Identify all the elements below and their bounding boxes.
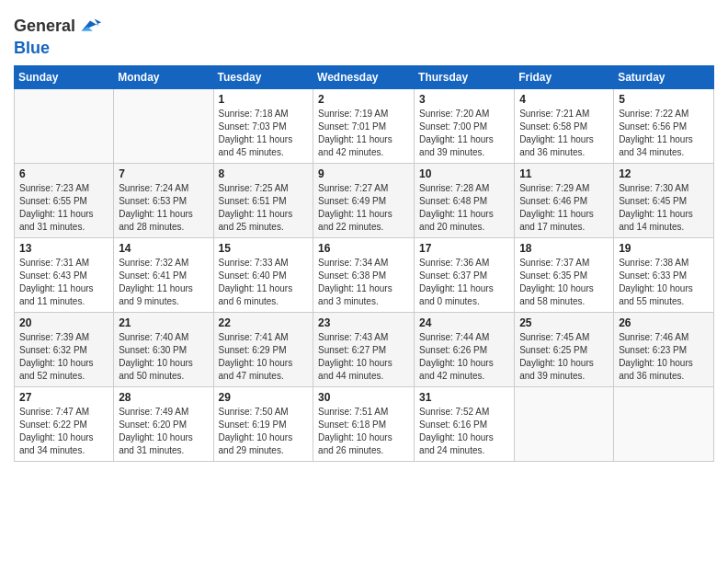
calendar-cell: 20Sunrise: 7:39 AM Sunset: 6:32 PM Dayli… bbox=[15, 312, 114, 386]
calendar-cell: 30Sunrise: 7:51 AM Sunset: 6:18 PM Dayli… bbox=[313, 386, 415, 461]
day-number: 9 bbox=[318, 167, 409, 180]
calendar-cell: 9Sunrise: 7:27 AM Sunset: 6:49 PM Daylig… bbox=[313, 163, 415, 237]
day-info: Sunrise: 7:31 AM Sunset: 6:43 PM Dayligh… bbox=[19, 257, 108, 308]
day-number: 16 bbox=[318, 242, 409, 255]
day-number: 26 bbox=[619, 316, 709, 329]
day-number: 10 bbox=[419, 167, 509, 180]
day-number: 21 bbox=[119, 316, 208, 329]
day-number: 25 bbox=[519, 316, 609, 329]
day-number: 1 bbox=[219, 93, 309, 106]
day-info: Sunrise: 7:46 AM Sunset: 6:23 PM Dayligh… bbox=[619, 331, 709, 383]
calendar-cell: 24Sunrise: 7:44 AM Sunset: 6:26 PM Dayli… bbox=[415, 312, 515, 386]
calendar-cell: 10Sunrise: 7:28 AM Sunset: 6:48 PM Dayli… bbox=[415, 163, 515, 237]
week-row-4: 27Sunrise: 7:47 AM Sunset: 6:22 PM Dayli… bbox=[15, 386, 714, 461]
day-info: Sunrise: 7:19 AM Sunset: 7:01 PM Dayligh… bbox=[318, 108, 409, 159]
day-info: Sunrise: 7:20 AM Sunset: 7:00 PM Dayligh… bbox=[419, 108, 509, 159]
day-number: 7 bbox=[119, 167, 208, 180]
calendar-cell: 17Sunrise: 7:36 AM Sunset: 6:37 PM Dayli… bbox=[415, 237, 515, 312]
calendar-cell: 18Sunrise: 7:37 AM Sunset: 6:35 PM Dayli… bbox=[515, 237, 614, 312]
day-info: Sunrise: 7:40 AM Sunset: 6:30 PM Dayligh… bbox=[119, 331, 208, 383]
day-number: 23 bbox=[318, 316, 409, 329]
day-number: 13 bbox=[19, 242, 108, 255]
day-number: 19 bbox=[619, 242, 709, 255]
weekday-header-sunday: Sunday bbox=[15, 65, 114, 88]
calendar-cell: 5Sunrise: 7:22 AM Sunset: 6:56 PM Daylig… bbox=[614, 88, 714, 163]
day-number: 27 bbox=[19, 391, 108, 404]
day-number: 3 bbox=[419, 93, 509, 106]
weekday-header-saturday: Saturday bbox=[614, 65, 714, 88]
week-row-2: 13Sunrise: 7:31 AM Sunset: 6:43 PM Dayli… bbox=[15, 237, 714, 312]
calendar-cell: 23Sunrise: 7:43 AM Sunset: 6:27 PM Dayli… bbox=[313, 312, 415, 386]
day-info: Sunrise: 7:50 AM Sunset: 6:19 PM Dayligh… bbox=[219, 406, 309, 457]
calendar-cell: 13Sunrise: 7:31 AM Sunset: 6:43 PM Dayli… bbox=[15, 237, 114, 312]
weekday-header-row: SundayMondayTuesdayWednesdayThursdayFrid… bbox=[15, 65, 714, 88]
day-number: 2 bbox=[318, 93, 409, 106]
day-number: 4 bbox=[519, 93, 609, 106]
week-row-3: 20Sunrise: 7:39 AM Sunset: 6:32 PM Dayli… bbox=[15, 312, 714, 386]
day-info: Sunrise: 7:22 AM Sunset: 6:56 PM Dayligh… bbox=[619, 108, 709, 159]
day-number: 12 bbox=[619, 167, 709, 180]
calendar-cell: 26Sunrise: 7:46 AM Sunset: 6:23 PM Dayli… bbox=[614, 312, 714, 386]
logo: General Blue bbox=[14, 14, 103, 58]
day-info: Sunrise: 7:51 AM Sunset: 6:18 PM Dayligh… bbox=[318, 406, 409, 457]
calendar-cell: 8Sunrise: 7:25 AM Sunset: 6:51 PM Daylig… bbox=[213, 163, 313, 237]
calendar-cell: 28Sunrise: 7:49 AM Sunset: 6:20 PM Dayli… bbox=[114, 386, 213, 461]
calendar-cell: 3Sunrise: 7:20 AM Sunset: 7:00 PM Daylig… bbox=[415, 88, 515, 163]
calendar-cell: 1Sunrise: 7:18 AM Sunset: 7:03 PM Daylig… bbox=[213, 88, 313, 163]
day-info: Sunrise: 7:34 AM Sunset: 6:38 PM Dayligh… bbox=[318, 257, 409, 308]
weekday-header-monday: Monday bbox=[114, 65, 213, 88]
weekday-header-wednesday: Wednesday bbox=[313, 65, 415, 88]
header: General Blue bbox=[14, 9, 714, 58]
day-info: Sunrise: 7:39 AM Sunset: 6:32 PM Dayligh… bbox=[19, 331, 108, 383]
day-info: Sunrise: 7:47 AM Sunset: 6:22 PM Dayligh… bbox=[19, 406, 108, 457]
day-info: Sunrise: 7:45 AM Sunset: 6:25 PM Dayligh… bbox=[519, 331, 609, 383]
calendar-cell: 15Sunrise: 7:33 AM Sunset: 6:40 PM Dayli… bbox=[213, 237, 313, 312]
day-number: 6 bbox=[19, 167, 108, 180]
day-number: 31 bbox=[419, 391, 509, 404]
day-info: Sunrise: 7:25 AM Sunset: 6:51 PM Dayligh… bbox=[219, 182, 309, 234]
day-info: Sunrise: 7:52 AM Sunset: 6:16 PM Dayligh… bbox=[419, 406, 509, 457]
calendar-cell bbox=[614, 386, 714, 461]
calendar-cell: 27Sunrise: 7:47 AM Sunset: 6:22 PM Dayli… bbox=[15, 386, 114, 461]
day-info: Sunrise: 7:28 AM Sunset: 6:48 PM Dayligh… bbox=[419, 182, 509, 234]
day-info: Sunrise: 7:32 AM Sunset: 6:41 PM Dayligh… bbox=[119, 257, 208, 308]
day-number: 30 bbox=[318, 391, 409, 404]
weekday-header-friday: Friday bbox=[515, 65, 614, 88]
day-info: Sunrise: 7:21 AM Sunset: 6:58 PM Dayligh… bbox=[519, 108, 609, 159]
calendar-cell: 11Sunrise: 7:29 AM Sunset: 6:46 PM Dayli… bbox=[515, 163, 614, 237]
day-info: Sunrise: 7:29 AM Sunset: 6:46 PM Dayligh… bbox=[519, 182, 609, 234]
day-info: Sunrise: 7:33 AM Sunset: 6:40 PM Dayligh… bbox=[219, 257, 309, 308]
week-row-0: 1Sunrise: 7:18 AM Sunset: 7:03 PM Daylig… bbox=[15, 88, 714, 163]
calendar-cell: 25Sunrise: 7:45 AM Sunset: 6:25 PM Dayli… bbox=[515, 312, 614, 386]
calendar-cell bbox=[515, 386, 614, 461]
calendar-cell: 12Sunrise: 7:30 AM Sunset: 6:45 PM Dayli… bbox=[614, 163, 714, 237]
calendar-cell: 6Sunrise: 7:23 AM Sunset: 6:55 PM Daylig… bbox=[15, 163, 114, 237]
calendar-cell: 16Sunrise: 7:34 AM Sunset: 6:38 PM Dayli… bbox=[313, 237, 415, 312]
day-info: Sunrise: 7:37 AM Sunset: 6:35 PM Dayligh… bbox=[519, 257, 609, 308]
calendar-cell: 7Sunrise: 7:24 AM Sunset: 6:53 PM Daylig… bbox=[114, 163, 213, 237]
day-number: 20 bbox=[19, 316, 108, 329]
calendar-cell: 19Sunrise: 7:38 AM Sunset: 6:33 PM Dayli… bbox=[614, 237, 714, 312]
calendar-cell: 29Sunrise: 7:50 AM Sunset: 6:19 PM Dayli… bbox=[213, 386, 313, 461]
weekday-header-tuesday: Tuesday bbox=[213, 65, 313, 88]
week-row-1: 6Sunrise: 7:23 AM Sunset: 6:55 PM Daylig… bbox=[15, 163, 714, 237]
calendar-cell: 2Sunrise: 7:19 AM Sunset: 7:01 PM Daylig… bbox=[313, 88, 415, 163]
calendar-cell: 4Sunrise: 7:21 AM Sunset: 6:58 PM Daylig… bbox=[515, 88, 614, 163]
day-number: 15 bbox=[219, 242, 309, 255]
calendar-cell: 14Sunrise: 7:32 AM Sunset: 6:41 PM Dayli… bbox=[114, 237, 213, 312]
day-info: Sunrise: 7:41 AM Sunset: 6:29 PM Dayligh… bbox=[219, 331, 309, 383]
day-info: Sunrise: 7:30 AM Sunset: 6:45 PM Dayligh… bbox=[619, 182, 709, 234]
day-info: Sunrise: 7:44 AM Sunset: 6:26 PM Dayligh… bbox=[419, 331, 509, 383]
day-info: Sunrise: 7:36 AM Sunset: 6:37 PM Dayligh… bbox=[419, 257, 509, 308]
day-number: 5 bbox=[619, 93, 709, 106]
calendar-cell: 31Sunrise: 7:52 AM Sunset: 6:16 PM Dayli… bbox=[415, 386, 515, 461]
day-info: Sunrise: 7:27 AM Sunset: 6:49 PM Dayligh… bbox=[318, 182, 409, 234]
day-number: 29 bbox=[219, 391, 309, 404]
logo-bird-icon bbox=[77, 14, 103, 40]
day-number: 14 bbox=[119, 242, 208, 255]
logo-general: General bbox=[14, 17, 75, 36]
calendar-cell: 21Sunrise: 7:40 AM Sunset: 6:30 PM Dayli… bbox=[114, 312, 213, 386]
day-info: Sunrise: 7:49 AM Sunset: 6:20 PM Dayligh… bbox=[119, 406, 208, 457]
day-number: 24 bbox=[419, 316, 509, 329]
day-number: 18 bbox=[519, 242, 609, 255]
